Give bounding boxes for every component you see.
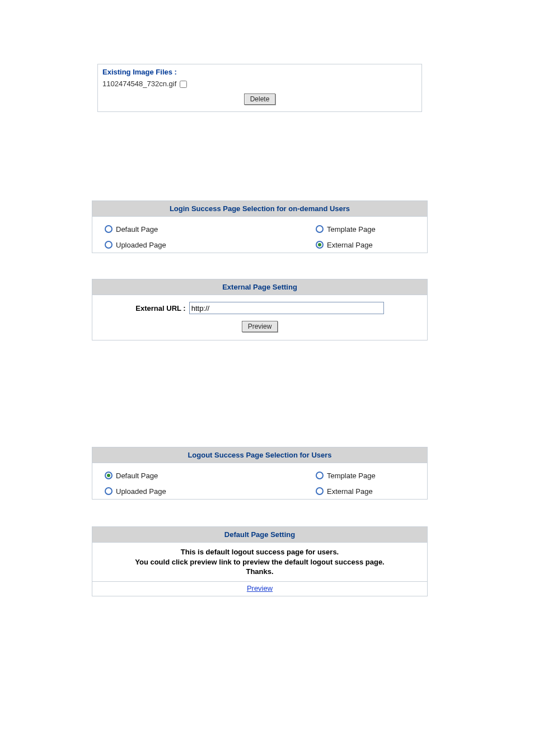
login-selection-title: Login Success Page Selection for on-dema…: [92, 201, 427, 217]
logout-selection-title: Logout Success Page Selection for Users: [92, 447, 427, 463]
radio-icon: [316, 472, 324, 479]
radio-option-template[interactable]: Template Page: [260, 221, 415, 237]
msg-line-3: Thanks.: [246, 567, 273, 576]
radio-label: Uploaded Page: [116, 487, 166, 496]
external-page-setting-panel: External Page Setting External URL : Pre…: [92, 279, 428, 340]
radio-icon: [316, 241, 324, 249]
existing-image-files-panel: Existing Image Files : 1102474548_732cn.…: [97, 64, 422, 112]
radio-label: Template Page: [327, 225, 376, 234]
msg-line-1: This is default logout success page for …: [181, 548, 339, 556]
login-success-selection-panel: Login Success Page Selection for on-dema…: [92, 200, 428, 253]
radio-option-template[interactable]: Template Page: [260, 468, 415, 483]
radio-icon: [105, 472, 113, 479]
radio-option-uploaded[interactable]: Uploaded Page: [105, 237, 260, 253]
radio-label: Default Page: [116, 225, 158, 234]
radio-option-default[interactable]: Default Page: [105, 468, 260, 483]
default-setting-title: Default Page Setting: [92, 527, 427, 543]
delete-button[interactable]: Delete: [244, 94, 276, 105]
radio-label: External Page: [327, 241, 373, 249]
file-row: 1102474548_732cn.gif: [102, 80, 417, 88]
radio-label: External Page: [327, 487, 373, 496]
external-url-input[interactable]: [189, 302, 384, 314]
radio-option-uploaded[interactable]: Uploaded Page: [105, 483, 260, 499]
preview-button[interactable]: Preview: [242, 321, 278, 332]
radio-label: Template Page: [327, 472, 376, 480]
external-setting-title: External Page Setting: [92, 279, 427, 295]
radio-icon: [105, 487, 113, 495]
file-name: 1102474548_732cn.gif: [102, 80, 176, 88]
external-url-label: External URL :: [135, 304, 185, 312]
default-setting-message: This is default logout success page for …: [92, 543, 427, 582]
preview-link[interactable]: Preview: [247, 584, 273, 592]
existing-files-title: Existing Image Files :: [102, 68, 417, 76]
file-select-checkbox[interactable]: [180, 81, 187, 88]
radio-label: Uploaded Page: [116, 241, 166, 249]
radio-icon: [316, 487, 324, 495]
radio-option-external[interactable]: External Page: [260, 237, 415, 253]
radio-icon: [105, 225, 113, 233]
radio-icon: [105, 241, 113, 249]
radio-label: Default Page: [116, 472, 158, 480]
radio-option-default[interactable]: Default Page: [105, 221, 260, 237]
radio-icon: [316, 225, 324, 233]
radio-option-external[interactable]: External Page: [260, 483, 415, 499]
default-page-setting-panel: Default Page Setting This is default log…: [92, 526, 428, 596]
logout-success-selection-panel: Logout Success Page Selection for Users …: [92, 447, 428, 500]
msg-line-2: You could click preview link to preview …: [135, 558, 384, 566]
